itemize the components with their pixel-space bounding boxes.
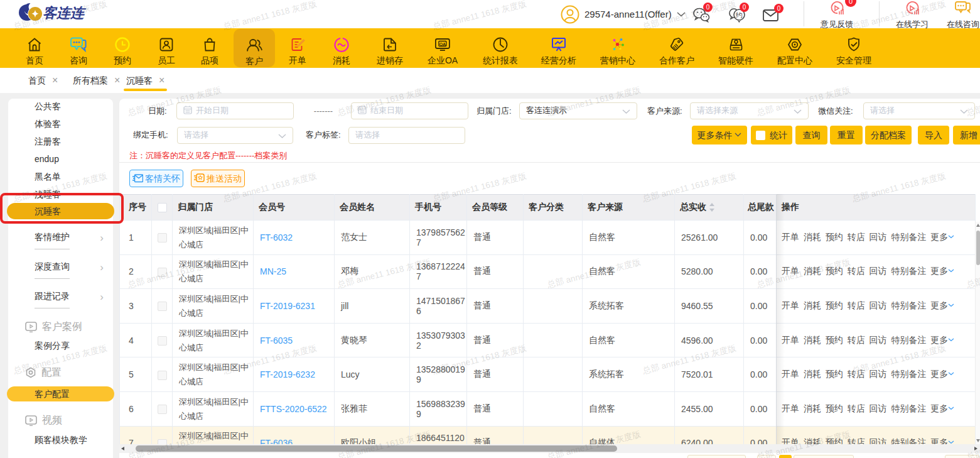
svg-text:OA: OA (439, 42, 446, 46)
svg-text:约: 约 (735, 11, 743, 19)
